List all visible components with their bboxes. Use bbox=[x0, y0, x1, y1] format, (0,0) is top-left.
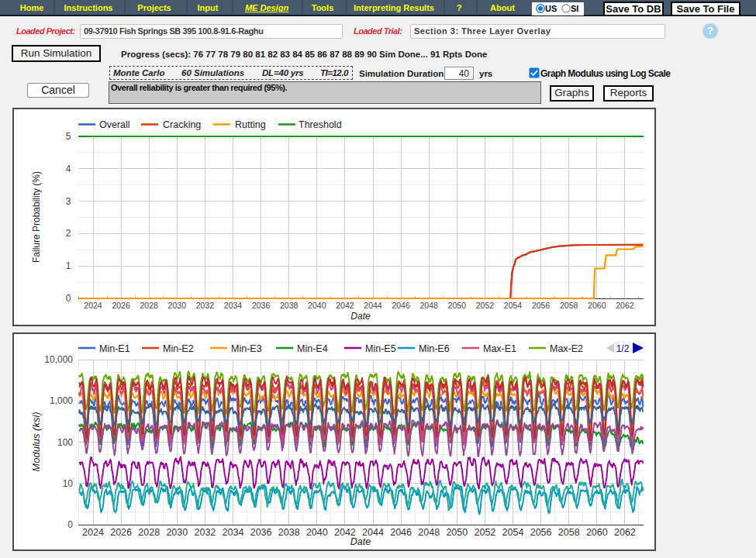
svg-text:Min-E6: Min-E6 bbox=[419, 343, 450, 354]
svg-text:2054: 2054 bbox=[504, 301, 523, 310]
svg-text:Cracking: Cracking bbox=[163, 119, 201, 130]
svg-text:2030: 2030 bbox=[166, 527, 188, 538]
svg-text:2028: 2028 bbox=[140, 301, 159, 310]
svg-text:Min-E3: Min-E3 bbox=[231, 343, 262, 354]
svg-text:1,000: 1,000 bbox=[50, 395, 73, 406]
svg-text:2058: 2058 bbox=[558, 527, 580, 538]
svg-text:Overall: Overall bbox=[99, 119, 130, 130]
svg-text:2052: 2052 bbox=[474, 527, 495, 538]
svg-text:Min-E5: Min-E5 bbox=[365, 343, 396, 354]
svg-text:2060: 2060 bbox=[588, 301, 606, 310]
svg-text:2036: 2036 bbox=[250, 527, 272, 538]
svg-text:10,000: 10,000 bbox=[44, 354, 73, 365]
svg-text:Rutting: Rutting bbox=[235, 119, 266, 130]
svg-text:0: 0 bbox=[67, 519, 73, 530]
svg-text:2032: 2032 bbox=[194, 527, 216, 538]
svg-text:2046: 2046 bbox=[390, 527, 412, 538]
svg-text:2056: 2056 bbox=[532, 301, 551, 310]
svg-text:0: 0 bbox=[66, 293, 71, 304]
svg-text:2044: 2044 bbox=[364, 301, 382, 310]
svg-text:2046: 2046 bbox=[392, 301, 410, 310]
svg-text:2026: 2026 bbox=[112, 301, 130, 310]
svg-text:2036: 2036 bbox=[252, 301, 271, 310]
svg-text:10: 10 bbox=[63, 478, 74, 489]
svg-text:2058: 2058 bbox=[560, 301, 578, 310]
svg-text:Max-E1: Max-E1 bbox=[483, 343, 516, 354]
svg-text:2034: 2034 bbox=[224, 301, 243, 310]
svg-text:Min-E4: Min-E4 bbox=[297, 343, 328, 354]
svg-text:Threshold: Threshold bbox=[299, 119, 342, 130]
svg-text:2052: 2052 bbox=[476, 301, 495, 310]
svg-text:Modulus (ksi): Modulus (ksi) bbox=[30, 412, 42, 471]
svg-text:1: 1 bbox=[66, 260, 71, 271]
svg-text:2038: 2038 bbox=[280, 301, 299, 310]
svg-text:2062: 2062 bbox=[616, 301, 634, 310]
svg-text:2026: 2026 bbox=[110, 527, 132, 538]
svg-text:2050: 2050 bbox=[446, 527, 468, 538]
svg-text:2056: 2056 bbox=[530, 527, 552, 538]
svg-text:2024: 2024 bbox=[82, 527, 104, 538]
svg-text:2050: 2050 bbox=[448, 301, 467, 310]
svg-text:Max-E2: Max-E2 bbox=[550, 343, 583, 354]
svg-text:2040: 2040 bbox=[306, 527, 328, 538]
svg-text:Min-E2: Min-E2 bbox=[163, 343, 194, 354]
svg-text:2: 2 bbox=[66, 228, 71, 239]
svg-text:2024: 2024 bbox=[84, 301, 102, 310]
svg-text:Date: Date bbox=[350, 536, 371, 547]
svg-text:2030: 2030 bbox=[168, 301, 187, 310]
svg-text:2062: 2062 bbox=[614, 527, 636, 538]
svg-text:2060: 2060 bbox=[586, 527, 608, 538]
svg-text:2040: 2040 bbox=[308, 301, 326, 310]
svg-text:2048: 2048 bbox=[420, 301, 439, 310]
svg-text:4: 4 bbox=[66, 164, 71, 174]
svg-text:3: 3 bbox=[66, 196, 71, 207]
svg-text:2042: 2042 bbox=[336, 301, 354, 310]
svg-text:2028: 2028 bbox=[138, 527, 160, 538]
svg-text:2034: 2034 bbox=[223, 527, 244, 538]
svg-text:2054: 2054 bbox=[502, 527, 524, 538]
svg-text:1/2: 1/2 bbox=[616, 343, 630, 354]
svg-text:2032: 2032 bbox=[196, 301, 215, 310]
svg-text:5: 5 bbox=[66, 131, 71, 142]
svg-text:Failure Probability (%): Failure Probability (%) bbox=[31, 171, 42, 263]
svg-text:2048: 2048 bbox=[418, 527, 440, 538]
svg-text:Min-E1: Min-E1 bbox=[99, 343, 130, 354]
svg-text:2038: 2038 bbox=[278, 527, 300, 538]
svg-text:100: 100 bbox=[57, 437, 73, 448]
svg-text:Date: Date bbox=[350, 311, 371, 322]
